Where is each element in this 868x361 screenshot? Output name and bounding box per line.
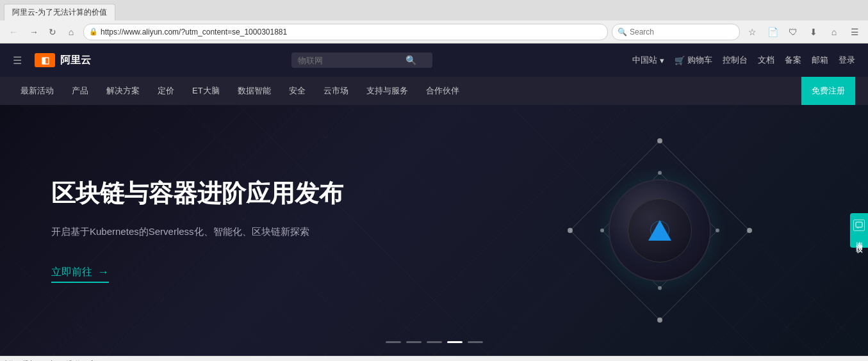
browser-search-input[interactable] (630, 28, 726, 36)
nav-item-data[interactable]: 数据智能 (230, 77, 279, 105)
login-label: 登录 (839, 54, 855, 66)
status-url: https://blog.csdn.net/letter_A (5, 359, 94, 362)
hero-content: 区块链与容器进阶应用发布 开启基于Kubernetes的Serverless化、… (0, 178, 477, 282)
backup-label: 备案 (785, 54, 801, 66)
svg-point-8 (658, 286, 662, 290)
header-right-nav: 中国站 ▾ 🛒 购物车 控制台 文档 备案 邮箱 登录 (632, 54, 855, 66)
address-text: https://www.aliyun.com/?utm_content=se_1… (101, 28, 602, 36)
header-search-input[interactable] (298, 56, 400, 65)
console-label: 控制台 (723, 54, 748, 66)
cart-icon: 🛒 (675, 56, 685, 65)
svg-point-3 (747, 228, 752, 233)
browser-tabs-bar: 阿里云-为了无法计算的价值 (0, 0, 868, 20)
slide-dot-5[interactable] (468, 341, 483, 343)
address-bar[interactable]: 🔒 https://www.aliyun.com/?utm_content=se… (83, 24, 608, 40)
slide-indicators (386, 341, 483, 343)
refresh-button[interactable]: ↻ (46, 26, 59, 38)
header-search-area: 🔍 (104, 52, 619, 68)
logo-area[interactable]: ◧ 阿里云 (35, 53, 91, 67)
svg-point-6 (658, 171, 662, 175)
slide-dot-2[interactable] (406, 341, 422, 343)
hero-cta-text: 立即前往 (51, 266, 92, 279)
svg-point-5 (568, 228, 573, 233)
region-label: 中国站 (632, 54, 657, 66)
docs-label: 文档 (758, 54, 774, 66)
cart-button[interactable]: 🛒 购物车 (675, 54, 712, 66)
cart-label: 购物车 (687, 54, 712, 66)
camera-inner (628, 198, 692, 262)
consult-text: 咨询建议 (855, 236, 864, 241)
consult-icon (853, 220, 865, 231)
nav-item-pricing[interactable]: 定价 (150, 77, 182, 105)
slide-dot-3[interactable] (427, 341, 442, 343)
svg-point-9 (600, 229, 604, 232)
nav-item-marketplace[interactable]: 云市场 (316, 77, 356, 105)
camera-circle (609, 179, 711, 282)
inner-circle-overlay (650, 221, 669, 240)
download-button[interactable]: ⬇ (805, 24, 822, 40)
slide-dot-4[interactable] (447, 341, 463, 343)
consult-sidebar[interactable]: 咨询建议 (850, 213, 868, 248)
nav-item-latest-activity[interactable]: 最新活动 (13, 77, 61, 105)
docs-link[interactable]: 文档 (758, 54, 774, 66)
nav-item-support[interactable]: 支持与服务 (359, 77, 416, 105)
lock-icon: 🔒 (89, 28, 98, 36)
header-search-icon[interactable]: 🔍 (405, 55, 416, 65)
hamburger-icon[interactable]: ☰ (13, 54, 22, 67)
hero-banner: 区块链与容器进阶应用发布 开启基于Kubernetes的Serverless化、… (0, 105, 868, 356)
menu-button[interactable]: ☰ (846, 24, 863, 40)
browser-tab-active[interactable]: 阿里云-为了无法计算的价值 (4, 4, 115, 20)
backup-link[interactable]: 备案 (785, 54, 801, 66)
hero-cta-arrow-icon: → (97, 266, 109, 279)
reader-button[interactable]: 📄 (764, 24, 781, 40)
slide-dot-1[interactable] (386, 341, 401, 343)
status-bar: https://blog.csdn.net/letter_A (0, 356, 868, 361)
logo-text: 阿里云 (60, 54, 91, 67)
svg-rect-10 (856, 222, 862, 227)
aliyun-logo-icon: ◧ (35, 53, 55, 67)
forward-button[interactable]: → (26, 24, 42, 40)
hero-visual (452, 105, 868, 356)
home-button[interactable]: ⌂ (63, 24, 79, 40)
svg-point-2 (657, 138, 662, 143)
nav-item-solutions[interactable]: 解决方案 (99, 77, 147, 105)
header-search-wrap[interactable]: 🔍 (291, 52, 432, 68)
browser-toolbar: ← → ↻ ⌂ 🔒 https://www.aliyun.com/?utm_co… (0, 20, 868, 44)
browser-chrome: 阿里云-为了无法计算的价值 ← → ↻ ⌂ 🔒 https://www.aliy… (0, 0, 868, 44)
hero-subtitle: 开启基于Kubernetes的Serverless化、智能化、区块链新探索 (51, 223, 426, 240)
hero-cta-button[interactable]: 立即前往 → (51, 266, 109, 283)
nav-item-products[interactable]: 产品 (64, 77, 96, 105)
mail-label: 邮箱 (812, 54, 828, 66)
browser-search-bar[interactable]: 🔍 (612, 24, 740, 40)
site-nav: 最新活动 产品 解决方案 定价 ET大脑 数据智能 安全 云市场 支持与服务 合… (0, 77, 868, 105)
shield-button[interactable]: 🛡 (785, 24, 801, 40)
svg-point-7 (716, 229, 719, 232)
nav-item-partners[interactable]: 合作伙伴 (418, 77, 467, 105)
site-header-top: ☰ ◧ 阿里云 🔍 中国站 ▾ 🛒 购物车 控制台 文档 (0, 44, 868, 77)
nav-item-security[interactable]: 安全 (281, 77, 313, 105)
mail-link[interactable]: 邮箱 (812, 54, 828, 66)
chevron-down-icon: ▾ (660, 56, 664, 65)
website: ☰ ◧ 阿里云 🔍 中国站 ▾ 🛒 购物车 控制台 文档 (0, 44, 868, 356)
nav-item-et[interactable]: ET大脑 (184, 77, 227, 105)
search-icon: 🔍 (618, 28, 627, 36)
hero-title: 区块链与容器进阶应用发布 (51, 178, 426, 209)
login-button[interactable]: 登录 (839, 54, 855, 66)
console-link[interactable]: 控制台 (723, 54, 748, 66)
svg-point-4 (657, 317, 662, 323)
back-button[interactable]: ← (5, 24, 22, 40)
region-selector[interactable]: 中国站 ▾ (632, 54, 664, 66)
bookmark-button[interactable]: ☆ (744, 24, 760, 40)
diamond-frame (557, 128, 762, 333)
free-register-button[interactable]: 免费注册 (801, 77, 855, 105)
home-button-2[interactable]: ⌂ (826, 24, 842, 40)
